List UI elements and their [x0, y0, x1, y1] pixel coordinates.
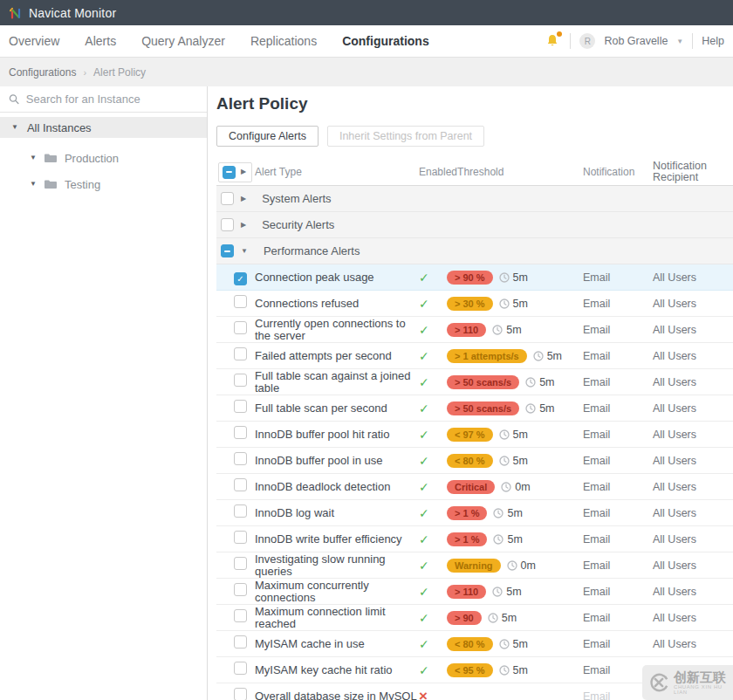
avatar: R — [579, 33, 595, 49]
row-checkbox[interactable] — [234, 635, 247, 649]
recipient-value: All Users — [653, 586, 733, 598]
tab-replications[interactable]: Replications — [250, 34, 317, 48]
breadcrumb-configurations[interactable]: Configurations — [9, 66, 76, 79]
row-checkbox[interactable] — [234, 347, 247, 360]
clock-icon — [525, 377, 536, 388]
group-checkbox[interactable] — [221, 218, 234, 231]
enabled-icon — [419, 348, 429, 363]
alert-row[interactable]: Currently open connections to the server… — [216, 317, 733, 343]
clock-icon — [499, 272, 510, 283]
row-checkbox[interactable] — [234, 557, 247, 570]
row-checkbox[interactable] — [234, 688, 247, 700]
expand-all-icon[interactable] — [241, 168, 246, 175]
notification-value: Email — [583, 586, 653, 598]
row-checkbox[interactable] — [234, 321, 247, 334]
group-checkbox[interactable] — [221, 244, 234, 257]
clock-icon — [499, 429, 510, 440]
tree-expand-icon[interactable] — [11, 124, 18, 131]
help-link[interactable]: Help — [702, 35, 724, 47]
alert-group-row[interactable]: System Alerts — [216, 186, 733, 212]
alert-row[interactable]: Failed attempts per second > 1 attempts/… — [216, 343, 733, 369]
recipient-value: All Users — [653, 429, 733, 441]
delay-value: 5m — [513, 638, 528, 650]
group-checkbox[interactable] — [221, 192, 234, 205]
app-root: Navicat Monitor Overview Alerts Query An… — [0, 0, 733, 700]
inherit-settings-button[interactable]: Inherit Settings from Parent — [327, 126, 484, 147]
configure-alerts-button[interactable]: Configure Alerts — [216, 126, 319, 147]
alert-type-label: InnoDB deadlock detection — [255, 480, 390, 493]
row-checkbox[interactable] — [234, 272, 247, 285]
table-header: Alert Type EnabledThreshold Notification… — [216, 159, 733, 186]
alert-row[interactable]: Investigating slow running queries Warni… — [216, 552, 733, 579]
threshold-badge: < 80 % — [447, 637, 493, 651]
threshold-badge: > 30 % — [447, 297, 493, 311]
tab-alerts[interactable]: Alerts — [85, 34, 116, 48]
row-checkbox[interactable] — [234, 374, 247, 387]
notification-value: Email — [583, 429, 653, 441]
tab-query-analyzer[interactable]: Query Analyzer — [141, 34, 225, 48]
row-checkbox[interactable] — [234, 478, 247, 491]
alert-row[interactable]: InnoDB buffer pool hit ratio < 97 % 5m E… — [216, 422, 733, 448]
tree-expand-icon[interactable] — [30, 181, 37, 188]
row-checkbox[interactable] — [234, 295, 247, 308]
group-expand-icon[interactable] — [241, 222, 246, 229]
alert-row[interactable]: InnoDB write buffer efficiency > 1 % 5m … — [216, 526, 733, 552]
breadcrumb-separator-icon: › — [83, 67, 86, 78]
group-label: System Alerts — [262, 192, 331, 205]
alert-row[interactable]: Connection peak usage > 90 % 5m Email Al… — [216, 264, 733, 291]
delay-indicator: 5m — [493, 533, 522, 546]
delay-indicator: 5m — [492, 586, 521, 598]
alert-row[interactable]: Connections refused > 30 % 5m Email All … — [216, 291, 733, 317]
recipient-value: All Users — [653, 559, 733, 572]
delay-indicator: 5m — [499, 638, 528, 650]
search-icon — [9, 93, 19, 105]
delay-value: 0m — [515, 481, 530, 493]
select-all-checkbox[interactable] — [223, 166, 236, 179]
tree-item-testing[interactable]: Testing — [0, 171, 207, 197]
alert-row[interactable]: InnoDB log wait > 1 % 5m Email All Users — [216, 500, 733, 526]
recipient-value: All Users — [653, 402, 733, 415]
row-checkbox[interactable] — [234, 426, 247, 439]
chevron-down-icon[interactable]: ▼ — [676, 38, 683, 45]
tab-overview[interactable]: Overview — [9, 34, 59, 48]
user-menu[interactable]: Rob Gravelle — [604, 35, 668, 47]
delay-indicator: 5m — [499, 271, 528, 284]
threshold-badge: Critical — [447, 480, 495, 494]
watermark-brand: 创新互联 — [674, 670, 733, 684]
tree-item-all-instances[interactable]: All Instances — [0, 117, 207, 138]
row-checkbox[interactable] — [234, 452, 247, 465]
search-input[interactable] — [26, 93, 198, 106]
notifications-bell-icon[interactable] — [545, 33, 561, 49]
column-enabled-threshold: EnabledThreshold — [419, 166, 583, 178]
alert-group-row[interactable]: Security Alerts — [216, 212, 733, 238]
row-checkbox[interactable] — [234, 662, 247, 675]
delay-value: 5m — [539, 376, 554, 388]
watermark-logo-icon — [648, 671, 669, 694]
alert-row[interactable]: InnoDB buffer pool in use < 80 % 5m Emai… — [216, 448, 733, 474]
group-expand-icon[interactable] — [241, 248, 248, 255]
row-checkbox[interactable] — [234, 400, 247, 413]
main-nav: Overview Alerts Query Analyzer Replicati… — [0, 25, 733, 58]
alert-row[interactable]: Maximum connection limit reached > 90 5m… — [216, 605, 733, 631]
tab-configurations[interactable]: Configurations — [342, 34, 429, 48]
row-checkbox[interactable] — [234, 531, 247, 544]
threshold-badge: > 90 % — [447, 271, 493, 285]
divider — [570, 33, 571, 49]
alert-row[interactable]: MyISAM cache in use < 80 % 5m Email All … — [216, 631, 733, 657]
alert-row[interactable]: Maximum concurrently connections > 110 5… — [216, 579, 733, 605]
alert-type-label: InnoDB write buffer efficiency — [255, 532, 402, 546]
app-title: Navicat Monitor — [29, 6, 116, 20]
delay-indicator: 5m — [525, 402, 554, 415]
alert-type-label: Maximum concurrently connections — [255, 579, 369, 604]
group-expand-icon[interactable] — [241, 196, 246, 202]
delay-indicator: 5m — [499, 455, 528, 467]
tree-item-production[interactable]: Production — [0, 145, 207, 171]
alert-row[interactable]: Full table scan against a joined table >… — [216, 369, 733, 395]
row-checkbox[interactable] — [234, 609, 247, 622]
alert-group-row[interactable]: Performance Alerts — [216, 238, 733, 264]
row-checkbox[interactable] — [234, 504, 247, 518]
tree-expand-icon[interactable] — [30, 154, 37, 161]
row-checkbox[interactable] — [234, 583, 247, 596]
alert-row[interactable]: Full table scan per second > 50 scans/s … — [216, 395, 733, 422]
alert-row[interactable]: InnoDB deadlock detection Critical 0m Em… — [216, 474, 733, 500]
